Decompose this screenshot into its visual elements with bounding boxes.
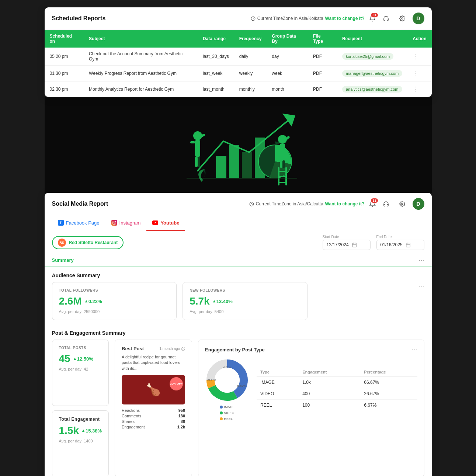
svg-point-1 <box>402 18 403 19</box>
svg-marker-41 <box>213 300 215 302</box>
image-dot <box>220 406 223 409</box>
timezone-label: Current TimeZone in Asia/Kolkata <box>257 16 323 21</box>
audience-more-options[interactable]: ··· <box>419 282 424 290</box>
account-avatar: RS <box>58 239 66 247</box>
start-date-input[interactable]: 12/17/2024 <box>323 240 371 250</box>
post-stat-row: Engagement1.2k <box>122 425 185 429</box>
engagement-grid: TOTAL POSTS 45 12.50% Avg. per day: 42 T… <box>45 340 432 476</box>
best-post-text: A delightful recipe for gourmet pasta th… <box>122 354 185 371</box>
svg-point-30 <box>115 222 115 222</box>
facebook-tab-label: Facebook Page <box>66 220 100 226</box>
cell-data-range: last_30_days <box>198 48 234 66</box>
eng-cell-type: VIDEO <box>257 388 299 400</box>
svg-rect-19 <box>282 160 285 168</box>
sm-notification-count: 51 <box>371 198 378 203</box>
svg-marker-40 <box>85 300 87 302</box>
post-stat-row: Comments180 <box>122 414 185 418</box>
cell-recipient: manager@aestheticgym.com <box>337 66 407 81</box>
cell-action[interactable]: ⋮ <box>407 48 431 66</box>
svg-rect-12 <box>195 157 198 167</box>
tab-facebook[interactable]: f Facebook Page <box>52 215 105 231</box>
col-file-type: File Type <box>308 30 337 48</box>
social-media-panel: Social Media Report Current TimeZone in … <box>45 193 432 476</box>
settings-icon[interactable] <box>396 13 408 24</box>
sm-title: Social Media Report <box>52 201 108 207</box>
cell-file-type: PDF <box>308 48 337 66</box>
timezone-change-link[interactable]: Want to change it? <box>325 16 365 21</box>
account-selector[interactable]: RS Red Stiletto Restaurant <box>52 236 124 249</box>
cell-group-data-by: week <box>267 66 308 81</box>
user-avatar[interactable]: D <box>413 13 424 24</box>
svg-marker-43 <box>82 430 84 432</box>
eng-col-type: Type <box>257 368 299 377</box>
scheduled-reports-header: Scheduled Reports Current TimeZone in As… <box>45 7 432 30</box>
scheduled-reports-panel: Scheduled Reports Current TimeZone in As… <box>45 7 432 97</box>
eng-col-percentage: Percentage <box>360 368 417 377</box>
best-post-title: Best Post <box>122 346 144 351</box>
svg-rect-22 <box>278 171 287 172</box>
illustration-section <box>45 97 432 193</box>
cell-action[interactable]: ⋮ <box>407 66 431 81</box>
cell-file-type: PDF <box>308 66 337 81</box>
svg-marker-7 <box>282 114 295 126</box>
start-date-label: Start Date <box>323 235 371 239</box>
post-stat-row: Reactions950 <box>122 408 185 413</box>
col-data-range: Data range <box>198 30 234 48</box>
cell-subject: Monthly Analytics Report for Aesthetic G… <box>84 81 198 97</box>
notification-bell[interactable]: 51 <box>369 15 376 22</box>
reel-dot <box>220 417 223 420</box>
sm-header-right: Current TimeZone in Asia/Calcutta Want t… <box>249 198 424 210</box>
eng-cell-type: IMAGE <box>257 377 299 388</box>
col-frequency: Frequency <box>234 30 267 48</box>
sm-timezone-change-link[interactable]: Want to change it? <box>325 201 365 206</box>
sm-notification-bell[interactable]: 51 <box>369 201 376 207</box>
svg-point-14 <box>278 135 287 144</box>
svg-rect-32 <box>352 243 356 247</box>
best-post-card: Best Post 1 month ago A delightful recip… <box>115 340 192 476</box>
table-row: 02:30 pm Monthly Analytics Report for Ae… <box>45 81 432 97</box>
headset-icon[interactable] <box>380 13 392 24</box>
end-date-input[interactable]: 01/16/2025 <box>376 240 424 250</box>
eng-table-row: IMAGE 1.0k 66.67% <box>257 377 417 388</box>
donut-legend: IMAGE VIDEO REEL <box>220 405 235 421</box>
summary-tab[interactable]: Summary <box>52 254 74 267</box>
instagram-icon <box>111 220 117 226</box>
cell-action[interactable]: ⋮ <box>407 81 431 97</box>
eng-cell-percentage: 26.67% <box>360 388 417 400</box>
end-date-field: End Date 01/16/2025 <box>376 235 424 250</box>
svg-rect-10 <box>190 141 195 143</box>
sm-timezone-info: Current TimeZone in Asia/Calcutta Want t… <box>249 201 365 206</box>
donut-more-options[interactable]: ··· <box>411 346 417 354</box>
account-name: Red Stiletto Restaurant <box>69 240 118 245</box>
sm-headset-icon[interactable] <box>380 198 392 210</box>
tab-instagram[interactable]: Instagram <box>105 215 147 231</box>
svg-point-27 <box>402 203 403 205</box>
total-posts-avg: Avg. per day: 42 <box>59 367 102 371</box>
svg-rect-23 <box>278 176 287 177</box>
end-date-value: 01/16/2025 <box>381 242 403 247</box>
total-engagement-label: Total Engagement <box>59 417 102 422</box>
svg-rect-4 <box>242 152 252 178</box>
legend-image: IMAGE <box>220 405 235 409</box>
cell-subject: Check out the Account Summary from Aesth… <box>84 48 198 66</box>
summary-more-options[interactable]: ··· <box>418 256 424 264</box>
sm-user-avatar[interactable]: D <box>413 198 424 210</box>
eng-table-row: VIDEO 400 26.67% <box>257 388 417 400</box>
total-followers-label: TOTAL FOLLOWERS <box>59 288 170 292</box>
cell-data-range: last_week <box>198 66 234 81</box>
new-followers-change: 13.40% <box>213 299 233 304</box>
end-date-label: End Date <box>376 235 424 239</box>
eng-cell-engagement: 400 <box>299 388 360 400</box>
svg-point-48 <box>215 368 240 393</box>
video-dot <box>220 411 223 414</box>
start-date-value: 12/17/2024 <box>327 242 349 247</box>
total-followers-card: TOTAL FOLLOWERS 2.6M 0.22% Avg. per day:… <box>52 282 177 320</box>
illustration-content <box>161 97 316 193</box>
total-followers-avg: Avg. per day: 2590000 <box>59 309 170 314</box>
tab-youtube[interactable]: Youtube <box>146 216 185 231</box>
cell-group-data-by: month <box>267 81 308 97</box>
youtube-icon <box>152 220 158 225</box>
eng-cell-type: REEL <box>257 400 299 411</box>
eng-col-engagement: Engagement <box>299 368 360 377</box>
sm-settings-icon[interactable] <box>396 198 408 210</box>
